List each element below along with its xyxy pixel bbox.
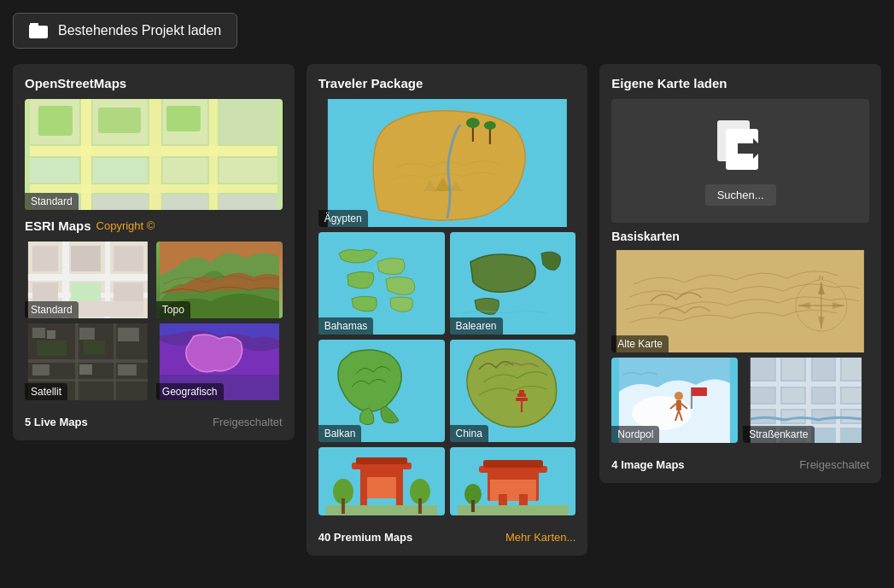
svg-rect-13 bbox=[219, 99, 278, 144]
svg-rect-122 bbox=[782, 358, 804, 380]
svg-rect-28 bbox=[32, 246, 58, 271]
eigene-karte-title: Eigene Karte laden bbox=[611, 76, 869, 90]
load-project-label: Bestehendes Projekt laden bbox=[58, 23, 221, 38]
egypt-map bbox=[318, 99, 576, 227]
eigene-karte-column: Eigene Karte laden Suchen... Basiskarten bbox=[599, 64, 881, 483]
eigene-footer-status: Freigeschaltet bbox=[799, 458, 869, 471]
svg-rect-74 bbox=[367, 477, 396, 498]
osm-footer-count: 5 Live Maps bbox=[25, 416, 88, 428]
svg-rect-84 bbox=[489, 480, 535, 501]
folder-icon bbox=[29, 22, 50, 39]
nordpol-thumb[interactable]: Nordpol bbox=[611, 358, 738, 443]
traveler-grid-1: Bahamas Balearen bbox=[318, 232, 576, 335]
balkan-thumb[interactable]: Balkan bbox=[318, 340, 445, 442]
esri-standard-thumb[interactable]: Standard bbox=[25, 242, 151, 318]
svg-point-59 bbox=[484, 121, 496, 130]
balearen-thumb[interactable]: Balearen bbox=[450, 232, 576, 335]
eigene-karte-footer: 4 Image Maps Freigeschaltet bbox=[611, 453, 869, 471]
esri-copyright-link[interactable]: Copyright © bbox=[96, 219, 155, 232]
traveler-more1-thumb[interactable] bbox=[318, 447, 445, 515]
svg-rect-30 bbox=[114, 246, 143, 271]
svg-rect-15 bbox=[219, 158, 278, 183]
esri-geografisch-thumb[interactable]: Geografisch bbox=[156, 323, 283, 400]
svg-rect-128 bbox=[842, 388, 862, 403]
svg-rect-42 bbox=[32, 328, 45, 338]
load-project-button[interactable]: Bestehendes Projekt laden bbox=[13, 13, 237, 49]
svg-point-105 bbox=[675, 392, 683, 400]
bahamas-label: Bahamas bbox=[318, 317, 374, 335]
traveler-footer: 40 Premium Maps Mehr Karten... bbox=[318, 526, 576, 544]
svg-rect-89 bbox=[470, 500, 474, 512]
esri-title-row: ESRI Maps Copyright © bbox=[25, 218, 283, 233]
svg-rect-50 bbox=[84, 341, 105, 354]
svg-rect-38 bbox=[28, 359, 148, 363]
osm-standard-label: Standard bbox=[25, 193, 79, 210]
egypt-thumb[interactable]: Ägypten bbox=[318, 99, 576, 227]
svg-rect-41 bbox=[114, 323, 116, 400]
alte-karte-thumb[interactable]: N Alte Karte bbox=[611, 250, 869, 352]
esri-grid-bottom: Satellit Geografisch bbox=[25, 323, 283, 400]
upload-icon bbox=[710, 116, 770, 176]
traveler-more2-map bbox=[450, 447, 576, 515]
esri-standard-label: Standard bbox=[25, 301, 79, 318]
traveler-grid-2: Balkan bbox=[318, 340, 576, 442]
svg-rect-112 bbox=[692, 387, 707, 396]
openstreetmaps-column: OpenStreetMaps bbox=[13, 64, 295, 440]
strassenkarte-thumb[interactable]: Straßenkarte bbox=[743, 358, 869, 443]
svg-rect-18 bbox=[167, 106, 201, 131]
suchen-button[interactable]: Suchen... bbox=[705, 184, 776, 206]
openstreetmaps-title: OpenStreetMaps bbox=[25, 76, 283, 90]
upload-box[interactable]: Suchen... bbox=[611, 99, 869, 223]
traveler-more1-map bbox=[318, 447, 445, 515]
svg-rect-71 bbox=[356, 457, 407, 464]
svg-rect-66 bbox=[517, 393, 525, 397]
svg-rect-131 bbox=[813, 410, 834, 422]
svg-rect-120 bbox=[836, 358, 840, 443]
esri-maps-title: ESRI Maps bbox=[25, 218, 91, 233]
svg-rect-44 bbox=[79, 328, 95, 340]
basiskarten-bottom-grid: Nordpol bbox=[611, 358, 869, 443]
china-thumb[interactable]: China bbox=[450, 340, 576, 442]
svg-rect-6 bbox=[149, 99, 161, 210]
svg-rect-11 bbox=[93, 158, 148, 183]
svg-rect-17 bbox=[98, 108, 141, 133]
svg-point-57 bbox=[466, 118, 480, 128]
traveler-footer-count: 40 Premium Maps bbox=[318, 531, 413, 544]
svg-rect-67 bbox=[518, 390, 523, 393]
osm-footer-status: Freigeschaltet bbox=[213, 416, 283, 428]
svg-rect-22 bbox=[219, 195, 278, 210]
esri-satellit-label: Satellit bbox=[25, 383, 67, 400]
esri-geografisch-label: Geografisch bbox=[156, 383, 224, 400]
bahamas-thumb[interactable]: Bahamas bbox=[318, 232, 445, 335]
svg-rect-46 bbox=[79, 364, 92, 375]
svg-rect-127 bbox=[813, 388, 834, 403]
svg-rect-21 bbox=[163, 195, 207, 210]
svg-rect-45 bbox=[32, 364, 50, 376]
svg-rect-65 bbox=[515, 398, 527, 401]
balkan-label: Balkan bbox=[318, 425, 362, 442]
svg-rect-14 bbox=[163, 158, 207, 183]
svg-rect-39 bbox=[28, 379, 148, 381]
china-label: China bbox=[450, 425, 488, 442]
basiskarten-title: Basiskarten bbox=[611, 230, 869, 243]
strassenkarte-label: Straßenkarte bbox=[743, 426, 814, 443]
svg-rect-121 bbox=[751, 358, 774, 380]
esri-satellit-thumb[interactable]: Satellit bbox=[25, 323, 151, 400]
svg-text:N: N bbox=[819, 274, 824, 282]
alte-karte-label: Alte Karte bbox=[611, 335, 669, 352]
svg-rect-106 bbox=[676, 400, 681, 410]
osm-standard-thumb[interactable]: Standard bbox=[25, 99, 283, 210]
svg-rect-83 bbox=[482, 460, 542, 468]
esri-topo-thumb[interactable]: Topo bbox=[156, 242, 283, 318]
traveler-bottom-grid bbox=[318, 447, 576, 515]
svg-rect-20 bbox=[93, 195, 148, 210]
svg-rect-77 bbox=[342, 498, 345, 514]
traveler-more-link[interactable]: Mehr Karten... bbox=[505, 531, 576, 544]
traveler-title: Traveler Package bbox=[318, 76, 576, 90]
svg-rect-40 bbox=[75, 323, 79, 400]
svg-rect-10 bbox=[30, 158, 79, 183]
traveler-more2-thumb[interactable] bbox=[450, 447, 576, 515]
columns-container: OpenStreetMaps bbox=[13, 64, 881, 556]
nordpol-label: Nordpol bbox=[611, 426, 659, 443]
balearen-label: Balearen bbox=[450, 317, 503, 335]
